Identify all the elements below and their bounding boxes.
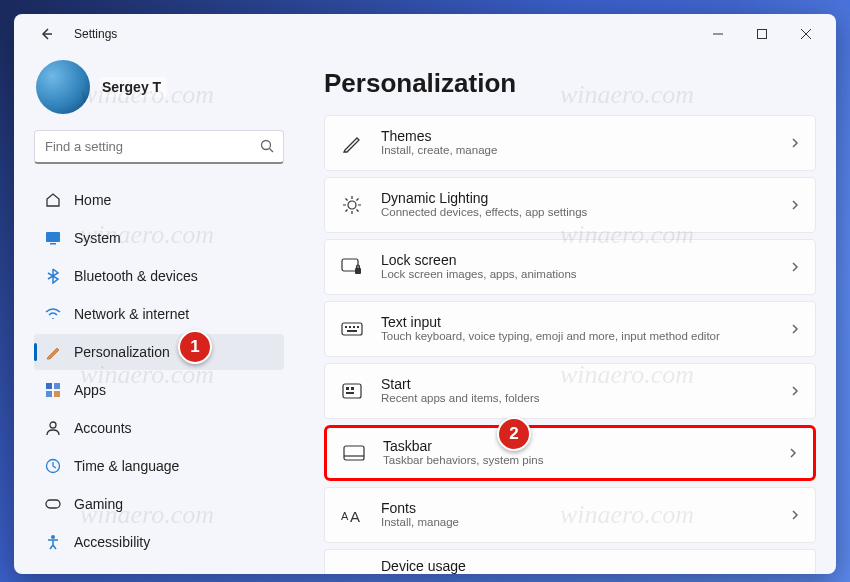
nav-apps[interactable]: Apps [34,372,284,408]
back-button[interactable] [32,20,60,48]
svg-line-23 [357,210,359,212]
svg-rect-38 [344,446,364,460]
svg-rect-10 [54,383,60,389]
nav-network[interactable]: Network & internet [34,296,284,332]
search-icon [260,139,275,154]
card-title: Fonts [381,500,789,516]
nav-personalization[interactable]: Personalization [34,334,284,370]
svg-point-16 [51,535,55,539]
lighting-icon [339,192,365,218]
settings-cards: ThemesInstall, create, manage Dynamic Li… [324,115,816,574]
nav-accounts[interactable]: Accounts [34,410,284,446]
nav-label: Personalization [74,344,170,360]
svg-rect-2 [758,30,767,39]
nav-list: Home System Bluetooth & devices Network … [34,182,284,560]
arrow-left-icon [38,26,54,42]
window-title: Settings [74,27,117,41]
close-button[interactable] [784,18,828,50]
fonts-icon: AA [339,502,365,528]
user-profile[interactable]: Sergey T [36,60,284,114]
nav-label: Apps [74,382,106,398]
nav-gaming[interactable]: Gaming [34,486,284,522]
chevron-right-icon [789,323,801,335]
nav-label: Accessibility [74,534,150,550]
svg-rect-9 [46,383,52,389]
gaming-icon [44,495,62,513]
bluetooth-icon [44,267,62,285]
svg-point-5 [262,141,271,150]
accessibility-icon [44,533,62,551]
apps-icon [44,381,62,399]
card-fonts[interactable]: AA FontsInstall, manage [324,487,816,543]
nav-label: Accounts [74,420,132,436]
nav-label: Bluetooth & devices [74,268,198,284]
system-icon [44,229,62,247]
nav-home[interactable]: Home [34,182,284,218]
svg-rect-8 [50,243,56,245]
card-dynamic-lighting[interactable]: Dynamic LightingConnected devices, effec… [324,177,816,233]
svg-rect-7 [46,232,60,242]
nav-bluetooth[interactable]: Bluetooth & devices [34,258,284,294]
callout-1: 1 [178,330,212,364]
svg-line-6 [270,149,274,153]
svg-line-24 [346,210,348,212]
start-icon [339,378,365,404]
svg-rect-30 [349,326,351,328]
card-text-input[interactable]: Text inputTouch keyboard, voice typing, … [324,301,816,357]
maximize-button[interactable] [740,18,784,50]
close-icon [801,29,811,39]
svg-rect-11 [46,391,52,397]
card-sub: Taskbar behaviors, system pins [383,454,787,468]
minimize-button[interactable] [696,18,740,50]
chevron-right-icon [789,137,801,149]
settings-window: Settings Sergey T Home System Bluetooth … [14,14,836,574]
nav-time[interactable]: Time & language [34,448,284,484]
svg-rect-34 [343,384,361,398]
card-device-usage[interactable]: Device usage [324,549,816,574]
svg-rect-35 [346,387,349,390]
card-themes[interactable]: ThemesInstall, create, manage [324,115,816,171]
card-title: Lock screen [381,252,789,268]
card-sub: Install, manage [381,516,789,530]
card-sub: Lock screen images, apps, animations [381,268,789,282]
maximize-icon [757,29,767,39]
svg-point-13 [50,422,56,428]
user-name: Sergey T [100,77,167,97]
nav-system[interactable]: System [34,220,284,256]
svg-line-25 [357,199,359,201]
avatar [36,60,90,114]
nav-label: Time & language [74,458,179,474]
network-icon [44,305,62,323]
search-input[interactable] [45,139,260,154]
taskbar-icon [341,440,367,466]
card-sub: Recent apps and items, folders [381,392,789,406]
nav-accessibility[interactable]: Accessibility [34,524,284,560]
titlebar: Settings [14,14,836,54]
keyboard-icon [339,316,365,342]
nav-label: Network & internet [74,306,189,322]
search-box[interactable] [34,130,284,164]
nav-label: Home [74,192,111,208]
personalization-icon [44,343,62,361]
svg-line-22 [346,199,348,201]
card-title: Taskbar [383,438,787,454]
svg-rect-37 [346,392,354,394]
chevron-right-icon [787,447,799,459]
card-title: Text input [381,314,789,330]
card-start[interactable]: StartRecent apps and items, folders [324,363,816,419]
page-title: Personalization [324,68,816,99]
svg-point-17 [348,201,356,209]
svg-rect-15 [46,500,60,508]
nav-label: System [74,230,121,246]
time-icon [44,457,62,475]
chevron-right-icon [789,509,801,521]
main-panel: Personalization ThemesInstall, create, m… [296,54,836,574]
sidebar: Sergey T Home System Bluetooth & devices… [14,54,296,574]
accounts-icon [44,419,62,437]
card-sub: Install, create, manage [381,144,789,158]
callout-2: 2 [497,417,531,451]
card-taskbar[interactable]: TaskbarTaskbar behaviors, system pins [324,425,816,481]
window-controls [696,18,828,50]
chevron-right-icon [789,199,801,211]
card-lock-screen[interactable]: Lock screenLock screen images, apps, ani… [324,239,816,295]
